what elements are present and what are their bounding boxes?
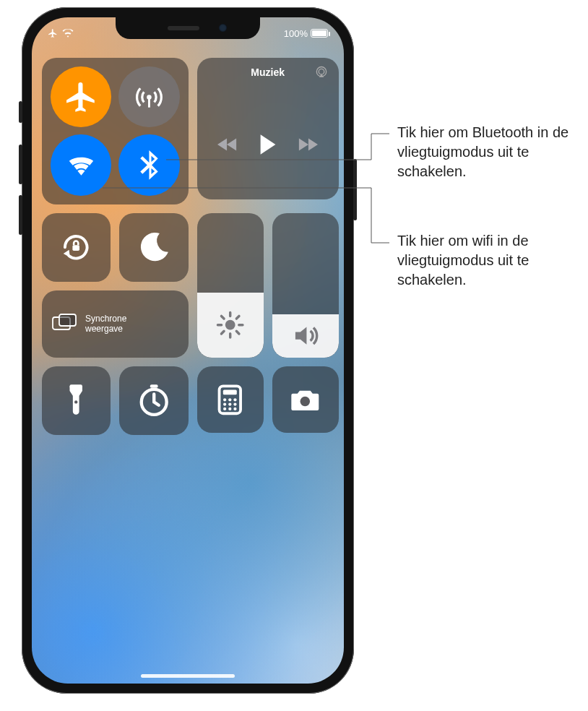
- volume-slider[interactable]: [272, 213, 339, 358]
- music-module: Muziek: [197, 58, 339, 199]
- wifi-toggle[interactable]: [51, 134, 111, 195]
- svg-point-21: [229, 407, 232, 410]
- next-track-button[interactable]: [298, 137, 318, 152]
- screen-mirroring-icon: [52, 314, 77, 334]
- screen: 100%: [32, 17, 344, 684]
- airplane-mode-toggle[interactable]: [51, 66, 111, 127]
- previous-track-button[interactable]: [217, 137, 238, 152]
- svg-point-17: [223, 402, 226, 405]
- next-icon: [298, 137, 318, 152]
- svg-point-19: [234, 402, 237, 405]
- svg-point-8: [74, 401, 77, 404]
- cellular-data-toggle[interactable]: [118, 66, 179, 127]
- svg-point-23: [301, 396, 310, 405]
- airplane-icon: [64, 79, 99, 115]
- bluetooth-icon: [131, 147, 167, 183]
- svg-point-22: [234, 407, 237, 410]
- svg-rect-1: [148, 97, 150, 107]
- bluetooth-toggle[interactable]: [118, 134, 179, 195]
- orientation-lock-button[interactable]: [42, 213, 111, 282]
- svg-point-18: [229, 402, 232, 405]
- mirror-label-line1: Synchrone: [85, 314, 126, 324]
- svg-point-16: [234, 398, 237, 401]
- status-battery-icon: [311, 29, 328, 38]
- mute-switch: [19, 101, 22, 123]
- timer-icon: [135, 382, 173, 419]
- status-wifi-icon: [62, 28, 74, 38]
- flashlight-button[interactable]: [42, 366, 111, 435]
- moon-icon: [135, 228, 173, 266]
- volume-down-btn: [19, 195, 22, 235]
- screen-mirroring-label: Synchrone weergave: [85, 314, 126, 335]
- calculator-button[interactable]: [197, 366, 264, 433]
- calculator-icon: [212, 382, 248, 418]
- previous-icon: [217, 137, 238, 152]
- status-airplane-icon: [48, 28, 58, 38]
- iphone-frame: 100%: [22, 7, 354, 694]
- svg-point-14: [223, 398, 226, 401]
- volume-icon: [290, 321, 320, 350]
- screen-mirroring-button[interactable]: Synchrone weergave: [42, 290, 189, 358]
- wifi-icon: [64, 147, 99, 183]
- camera-icon: [287, 382, 324, 418]
- notch: [116, 17, 260, 39]
- orientation-lock-icon: [57, 228, 95, 266]
- volume-up-btn: [19, 145, 22, 184]
- connectivity-module[interactable]: [42, 58, 189, 204]
- svg-rect-13: [223, 389, 237, 395]
- svg-point-5: [225, 320, 235, 330]
- camera-button[interactable]: [272, 366, 339, 433]
- home-indicator[interactable]: [141, 674, 235, 678]
- do-not-disturb-button[interactable]: [119, 213, 188, 282]
- callout-bluetooth: Tik hier om Bluetooth in de vliegtuigmod…: [397, 123, 588, 181]
- brightness-slider[interactable]: [197, 213, 264, 358]
- svg-point-20: [223, 407, 226, 410]
- airplay-icon: [314, 65, 329, 79]
- brightness-icon: [215, 310, 245, 340]
- svg-rect-4: [73, 245, 80, 251]
- timer-button[interactable]: [119, 366, 188, 435]
- callout-wifi: Tik hier om wifi in de vliegtuigmodus ui…: [397, 231, 588, 290]
- svg-rect-11: [150, 385, 158, 388]
- play-icon: [259, 134, 277, 155]
- cellular-icon: [131, 79, 167, 115]
- control-center: Muziek: [42, 58, 334, 428]
- flashlight-icon: [57, 382, 95, 419]
- mirror-label-line2: weergave: [85, 324, 126, 334]
- svg-point-15: [229, 398, 232, 401]
- music-title: Muziek: [251, 66, 285, 81]
- svg-rect-9: [70, 385, 82, 389]
- power-btn: [353, 159, 357, 220]
- play-button[interactable]: [259, 134, 277, 155]
- svg-rect-7: [59, 314, 76, 326]
- airplay-button[interactable]: [314, 65, 329, 82]
- svg-point-3: [319, 69, 324, 74]
- status-battery-text: 100%: [284, 28, 308, 39]
